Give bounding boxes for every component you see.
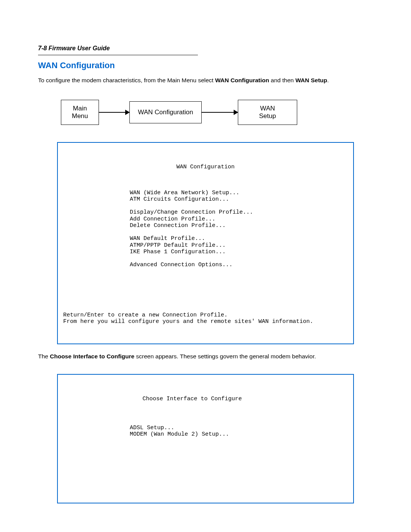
terminal-wan-configuration: WAN Configuration WAN (Wide Area Network… <box>57 142 354 344</box>
menu-item-ike-phase1: IKE Phase 1 Configuration... <box>130 249 226 255</box>
menu-item-atmp-pptp-default: ATMP/PPTP Default Profile... <box>130 242 226 249</box>
intro-text-end: . <box>327 77 329 83</box>
mid-text-post: screen appears. These settings govern th… <box>134 353 316 359</box>
arrow-icon <box>99 112 129 113</box>
menu-item-modem-setup: MODEM (Wan Module 2) Setup... <box>130 431 229 438</box>
terminal1-menu: WAN (Wide Area Network) Setup... ATM Cir… <box>130 190 348 268</box>
intro-bold-1: WAN Configuration <box>215 77 269 83</box>
diagram-box-wan-config: WAN Configuration <box>129 101 202 123</box>
mid-text-pre: The <box>38 353 50 359</box>
intro-paragraph: To configure the modem characteristics, … <box>38 76 373 85</box>
diagram-box1-line2: Menu <box>68 112 92 120</box>
menu-item-adsl-setup: ADSL Setup... <box>130 425 174 431</box>
terminal1-title: WAN Configuration <box>63 164 348 170</box>
terminal1-footer-line1: Return/Enter to create a new Connection … <box>63 312 228 318</box>
intro-text-pre: To configure the modem characteristics, … <box>38 77 215 83</box>
mid-text-bold: Choose Interface to Configure <box>50 353 134 359</box>
terminal1-footer-line2: From here you will configure yours and t… <box>63 318 313 325</box>
terminal-choose-interface: Choose Interface to Configure ADSL Setup… <box>57 374 354 503</box>
diagram-box3-line2: Setup <box>245 112 290 120</box>
menu-item-add-profile: Add Connection Profile... <box>130 216 215 222</box>
section-heading: WAN Configuration <box>38 61 373 70</box>
header-rule <box>38 55 198 55</box>
page-content: 7-8 Firmware User Guide WAN Configuratio… <box>0 0 411 532</box>
menu-item-wan-setup: WAN (Wide Area Network) Setup... <box>130 190 239 196</box>
menu-item-delete-profile: Delete Connection Profile... <box>130 222 226 229</box>
diagram-box1-line1: Main <box>68 105 92 112</box>
menu-item-wan-default-profile: WAN Default Profile... <box>130 235 205 242</box>
intro-text-mid: and then <box>269 77 295 83</box>
diagram-box-main-menu: Main Menu <box>61 100 99 125</box>
menu-item-advanced-options: Advanced Connection Options... <box>130 262 233 268</box>
menu-item-display-change-profile: Display/Change Connection Profile... <box>130 209 253 216</box>
terminal1-footer: Return/Enter to create a new Connection … <box>63 312 348 325</box>
arrow-icon <box>202 112 238 113</box>
arrow-head-icon <box>234 110 238 115</box>
terminal2-menu: ADSL Setup... MODEM (Wan Module 2) Setup… <box>130 425 348 438</box>
diagram-box3-line1: WAN <box>245 105 290 112</box>
intro-bold-2: WAN Setup <box>295 77 327 83</box>
menu-item-atm-circuits: ATM Circuits Configuration... <box>130 196 229 203</box>
mid-paragraph: The Choose Interface to Configure screen… <box>38 352 373 361</box>
diagram-box-wan-setup: WAN Setup <box>238 100 297 125</box>
terminal2-title: Choose Interface to Configure <box>37 396 348 402</box>
navigation-diagram: Main Menu WAN Configuration WAN Setup <box>61 100 350 125</box>
arrow-head-icon <box>125 110 130 115</box>
page-header: 7-8 Firmware User Guide <box>38 45 373 52</box>
